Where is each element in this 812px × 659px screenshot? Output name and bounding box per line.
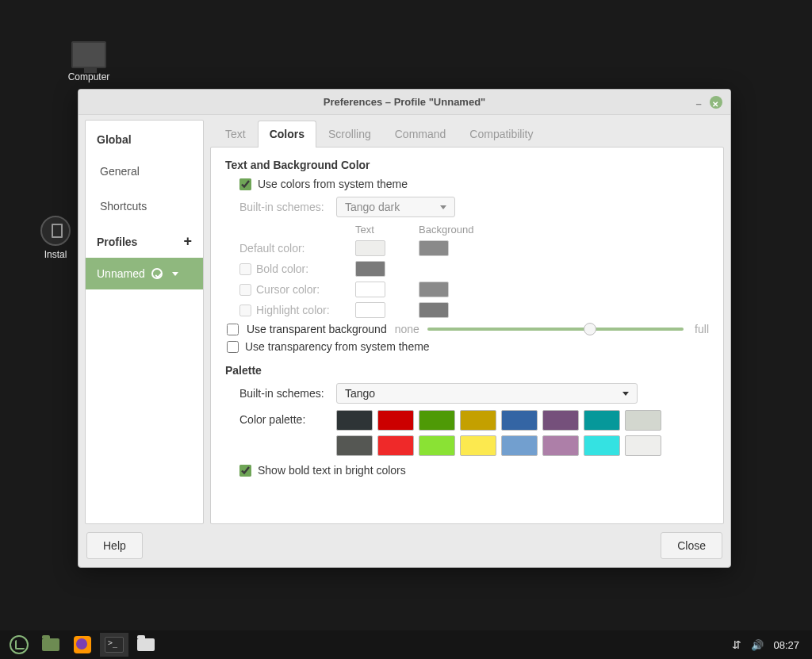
palette-color-15[interactable] <box>625 435 661 456</box>
close-button[interactable]: Close <box>661 532 722 559</box>
desktop-icon-glyph <box>42 638 59 651</box>
palette-color-2[interactable] <box>419 410 455 431</box>
firefox-icon <box>74 636 91 653</box>
preferences-sidebar: Global General Shortcuts Profiles + Unna… <box>85 120 204 524</box>
slider-full-label: full <box>695 323 709 335</box>
palette-color-11[interactable] <box>460 435 496 456</box>
cursor-color-row: Cursor color: <box>239 283 343 296</box>
column-head-background: Background <box>419 224 469 236</box>
tab-command[interactable]: Command <box>383 121 458 148</box>
color-grid: Text Background Default color: Bold colo… <box>239 224 709 318</box>
palette-color-9[interactable] <box>377 435 414 456</box>
default-text-color-button[interactable] <box>355 240 385 256</box>
add-profile-button[interactable]: + <box>183 233 192 250</box>
palette-color-8[interactable] <box>336 435 373 456</box>
bold-color-checkbox[interactable] <box>239 263 251 275</box>
bold-color-button[interactable] <box>355 261 385 277</box>
menu-button[interactable] <box>5 633 33 657</box>
palette-color-12[interactable] <box>501 435 538 456</box>
tab-text[interactable]: Text <box>213 121 258 148</box>
bold-color-row: Bold color: <box>239 262 343 275</box>
palette-color-7[interactable] <box>625 410 661 431</box>
palette-scheme-select[interactable]: Tango <box>336 383 638 404</box>
palette-color-1[interactable] <box>377 410 414 431</box>
network-icon[interactable] <box>732 638 741 651</box>
window-title: Preferences – Profile "Unnamed" <box>324 96 486 108</box>
sidebar-profile-unnamed[interactable]: Unnamed <box>86 258 203 289</box>
volume-icon[interactable] <box>751 639 764 651</box>
cursor-bg-color-button[interactable] <box>419 282 449 297</box>
section-text-bg-title: Text and Background Color <box>225 159 709 171</box>
preferences-window: Preferences – Profile "Unnamed" – Global… <box>78 89 731 568</box>
desktop-icon-computer[interactable]: Computer <box>57 41 121 82</box>
taskbar-firefox[interactable] <box>68 633 97 657</box>
transparency-system-checkbox[interactable] <box>227 341 239 353</box>
colors-tab-content: Text and Background Color Use colors fro… <box>210 147 724 524</box>
taskbar-files[interactable] <box>132 633 160 657</box>
transparent-bg-label: Use transparent background <box>247 323 387 335</box>
chevron-down-icon <box>622 392 629 396</box>
sidebar-heading-global: Global <box>86 124 203 154</box>
help-button[interactable]: Help <box>86 532 143 559</box>
highlight-text-color-button[interactable] <box>355 302 385 318</box>
chevron-down-icon <box>440 205 446 209</box>
taskbar: 08:27 <box>0 630 812 659</box>
show-desktop-button[interactable] <box>36 633 65 657</box>
desktop-icon-label: Instal <box>32 249 79 260</box>
palette-scheme-label: Built-in schemes: <box>239 387 330 400</box>
section-palette-title: Palette <box>225 364 709 377</box>
taskbar-terminal[interactable] <box>100 633 128 657</box>
show-bold-bright-label: Show bold text in bright colors <box>258 464 406 477</box>
builtin-schemes-label: Built-in schemes: <box>239 201 330 213</box>
palette-color-6[interactable] <box>584 410 620 431</box>
tab-colors[interactable]: Colors <box>258 121 316 148</box>
transparency-slider[interactable] <box>427 328 684 331</box>
slider-none-label: none <box>395 323 419 335</box>
palette-color-4[interactable] <box>501 410 538 431</box>
highlight-bg-color-button[interactable] <box>419 302 449 318</box>
sidebar-item-general[interactable]: General <box>86 154 203 189</box>
highlight-color-checkbox[interactable] <box>239 305 251 316</box>
sidebar-item-shortcuts[interactable]: Shortcuts <box>86 189 203 224</box>
desktop-icon-install[interactable]: Instal <box>32 216 79 260</box>
color-palette-grid <box>336 410 661 456</box>
computer-icon <box>71 41 106 68</box>
profile-menu-caret-icon[interactable] <box>172 272 178 276</box>
palette-color-0[interactable] <box>336 410 373 431</box>
profile-name-label: Unnamed <box>97 267 145 280</box>
default-profile-icon <box>151 268 163 279</box>
desktop-icon-label: Computer <box>57 71 121 82</box>
default-bg-color-button[interactable] <box>419 240 449 256</box>
palette-scheme-value: Tango <box>345 387 375 400</box>
use-system-colors-label: Use colors from system theme <box>258 178 408 190</box>
window-titlebar[interactable]: Preferences – Profile "Unnamed" – <box>79 90 730 115</box>
window-footer: Help Close <box>79 524 730 567</box>
slider-thumb[interactable] <box>584 323 596 335</box>
builtin-scheme-value: Tango dark <box>345 201 400 213</box>
default-color-label: Default color: <box>239 242 343 255</box>
tab-compatibility[interactable]: Compatibility <box>458 121 545 148</box>
palette-color-13[interactable] <box>542 435 579 456</box>
tab-scrolling[interactable]: Scrolling <box>316 121 383 148</box>
builtin-scheme-select[interactable]: Tango dark <box>336 197 455 217</box>
transparent-bg-checkbox[interactable] <box>227 324 239 335</box>
cursor-color-checkbox[interactable] <box>239 284 251 296</box>
palette-color-3[interactable] <box>460 410 496 431</box>
column-head-text: Text <box>355 224 406 236</box>
palette-color-5[interactable] <box>542 410 579 431</box>
show-bold-bright-checkbox[interactable] <box>239 465 251 477</box>
cursor-text-color-button[interactable] <box>355 282 385 297</box>
mint-logo-icon <box>10 635 29 654</box>
taskbar-clock[interactable]: 08:27 <box>773 639 799 651</box>
window-close-button[interactable] <box>710 96 722 109</box>
tab-bar: Text Colors Scrolling Command Compatibil… <box>210 120 724 147</box>
preferences-main: Text Colors Scrolling Command Compatibil… <box>210 120 724 524</box>
use-system-colors-checkbox[interactable] <box>239 178 251 190</box>
palette-color-14[interactable] <box>584 435 620 456</box>
transparency-system-label: Use transparency from system theme <box>245 340 430 353</box>
window-minimize-button[interactable]: – <box>692 91 705 104</box>
highlight-color-row: Highlight color: <box>239 304 343 316</box>
sidebar-profiles-label: Profiles <box>97 236 137 248</box>
palette-color-10[interactable] <box>419 435 455 456</box>
terminal-icon <box>105 637 124 653</box>
